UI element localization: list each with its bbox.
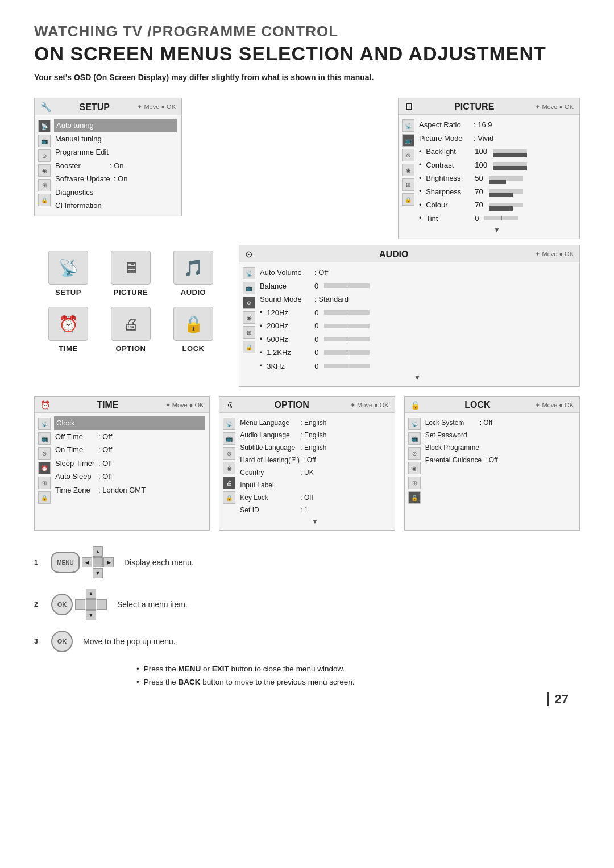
setup-item-4-label: Booster	[55, 160, 106, 172]
lock-icons-col: 📡 📺 ⊙ ◉ ⊞ 🔒	[405, 415, 424, 506]
option-content-col: Menu Language : English Audio Language :…	[239, 415, 394, 528]
opt-menulang-label: Menu Language	[240, 418, 297, 428]
pic-icon-3: ⊙	[402, 149, 414, 161]
pic-mode-label: Picture Mode	[419, 133, 470, 144]
time-row-offtime: Off Time : Off	[55, 430, 205, 444]
step-3-number: 3	[34, 637, 41, 645]
pic-brightness-label: Brightness	[426, 173, 471, 184]
aud-down-arrow: ▼	[260, 373, 575, 383]
l-icon-5: ⊞	[408, 477, 421, 489]
notes-section: Press the MENU or EXIT button to close t…	[136, 665, 580, 686]
aud-row-3khz: • 3KHz 0	[260, 360, 575, 373]
aud-3khz-bullet: •	[260, 361, 262, 371]
note-2-bold1: BACK	[179, 678, 201, 686]
aud-1khz-value: 0	[314, 347, 318, 358]
note-1-bold1: MENU	[179, 665, 201, 673]
opt-row-setid: Set ID : 1	[240, 504, 389, 516]
time-panel-header: ⏰ TIME ✦ Move ● OK	[35, 397, 209, 413]
setup-icon-2: 📺	[38, 135, 51, 147]
ok-button-3-label: OK	[57, 638, 67, 645]
time-offtime-label: Off Time	[55, 431, 95, 443]
pic-colour-value: 70	[475, 199, 483, 211]
setup-item-3: Programme Edit	[55, 147, 109, 158]
note-1-text: Press the MENU or EXIT button to close t…	[144, 665, 345, 673]
opt-row-hearing: Hard of Hearing(🖹) : Off	[240, 454, 389, 466]
nav-up-1: ▲	[93, 546, 103, 557]
aud-120hz-bullet: •	[260, 307, 262, 318]
pic-brightness-bullet: •	[419, 173, 421, 183]
note-1: Press the MENU or EXIT button to close t…	[136, 665, 580, 673]
time-sleep-label: Sleep Timer	[55, 458, 95, 469]
pic-icon-4: ◉	[402, 164, 414, 176]
pic-row-backlight: • Backlight 100	[419, 145, 575, 158]
page-title-top: WATCHING TV /PROGRAMME CONTROL	[34, 23, 580, 40]
setup-panel-wrap: 🔧 SETUP ✦ Move ● OK 📡 📺 ⊙ ◉ ⊞ 🔒 Auto tun…	[34, 98, 275, 239]
nav-left-1: ◀	[82, 557, 92, 567]
audio-panel-wrap: ⊙ AUDIO ✦ Move ● OK 📡 📺 ⊙ ◉ ⊞ 🔒 Auto Vol…	[239, 245, 580, 387]
nav-right-2	[97, 599, 107, 610]
o-icon-4: ◉	[223, 462, 235, 474]
pic-brightness-value: 50	[475, 173, 483, 184]
opt-sublang-value: : English	[300, 443, 326, 453]
pic-colour-bullet: •	[419, 200, 421, 210]
option-panel-body: 📡 📺 ⊙ ◉ 🖨 🔒 Menu Language : English Audi…	[219, 413, 394, 530]
time-panel-nav: ✦ Move ● OK	[165, 402, 204, 409]
aud-soundmode-value: : Standard	[314, 294, 349, 305]
step-3-buttons: OK	[51, 631, 73, 652]
t-icon-3: ⊙	[38, 447, 51, 460]
picture-panel-header: 🖥 PICTURE ✦ Move ● OK	[399, 98, 579, 115]
menu-icon-lock: 🔒 LOCK	[173, 307, 213, 353]
pic-aspect-label: Aspect Ratio	[419, 119, 470, 131]
middle-section: 📡 SETUP 🖥 PICTURE 🎵 AUDIO ⏰ TIME 🖨 OPTIO…	[34, 245, 580, 387]
option-panel-header: 🖨 OPTION ✦ Move ● OK	[219, 397, 394, 413]
aud-row-200hz: • 200Hz 0	[260, 319, 575, 333]
lock-content-col: Lock System : Off Set Password Block Pro…	[424, 415, 579, 506]
nav-center-1	[93, 557, 103, 567]
step-1-text: Display each menu.	[124, 558, 194, 567]
nav-right-1: ▶	[103, 557, 114, 567]
opt-country-value: : UK	[300, 468, 313, 478]
pic-mode-value: : Vivid	[474, 133, 493, 144]
lock-system-label: Lock System	[425, 418, 476, 428]
nav-left-2	[75, 599, 85, 610]
aud-volume-value: : Off	[314, 267, 328, 278]
setup-row-2: Manual tuning	[55, 132, 177, 146]
menu-icon-time: ⏰ TIME	[48, 307, 88, 353]
picture-panel-wrap: 🖥 PICTURE ✦ Move ● OK 📡 📺 ⊙ ◉ ⊞ 🔒 Aspect…	[292, 98, 580, 239]
opt-audiolang-label: Audio Language	[240, 430, 297, 440]
menu-icon-option: 🖨 OPTION	[111, 307, 151, 353]
setup-panel-body: 📡 📺 ⊙ ◉ ⊞ 🔒 Auto tuning Manual tuning	[35, 115, 181, 216]
opt-inputlabel-label: Input Label	[240, 480, 273, 490]
option-icon-label: OPTION	[116, 344, 146, 353]
picture-icon-img: 🖥	[111, 251, 151, 285]
pic-row-contrast: • Contrast 100	[419, 158, 575, 172]
menu-button-label: MENU	[57, 560, 73, 566]
aud-3khz-label: 3KHz	[267, 361, 311, 372]
picture-panel: 🖥 PICTURE ✦ Move ● OK 📡 📺 ⊙ ◉ ⊞ 🔒 Aspect…	[398, 98, 580, 239]
opt-row-sublang: Subtitle Language : English	[240, 441, 389, 454]
aud-icon-5: ⊞	[243, 326, 255, 339]
ok-button-3[interactable]: OK	[51, 631, 73, 652]
menu-icon-picture: 🖥 PICTURE	[111, 251, 151, 297]
o-icon-3: ⊙	[223, 447, 235, 460]
pic-contrast-bar	[493, 162, 527, 167]
pic-aspect-value: : 16:9	[474, 119, 492, 131]
ok-button-2[interactable]: OK	[51, 594, 73, 615]
o-icon-2: 📺	[223, 432, 235, 445]
opt-row-country: Country : UK	[240, 466, 389, 479]
aud-volume-label: Auto Volume	[260, 267, 311, 278]
time-autosleep-label: Auto Sleep	[55, 471, 95, 482]
menu-icon-audio: 🎵 AUDIO	[173, 251, 213, 297]
lock-row-system: Lock System : Off	[425, 416, 575, 429]
pic-colour-bar	[489, 203, 523, 207]
time-offtime-value: : Off	[98, 431, 112, 443]
menu-button[interactable]: MENU	[51, 552, 80, 573]
step-2-text: Select a menu item.	[117, 600, 188, 609]
aud-icon-1: 📡	[243, 267, 255, 279]
opt-setid-label: Set ID	[240, 505, 297, 515]
menu-icons-row-1: 📡 SETUP 🖥 PICTURE 🎵 AUDIO	[48, 251, 213, 297]
aud-120hz-label: 120Hz	[267, 307, 311, 319]
pic-sharpness-bullet: •	[419, 186, 421, 197]
aud-120hz-bar	[324, 310, 370, 315]
pic-sharpness-bar	[489, 189, 523, 194]
